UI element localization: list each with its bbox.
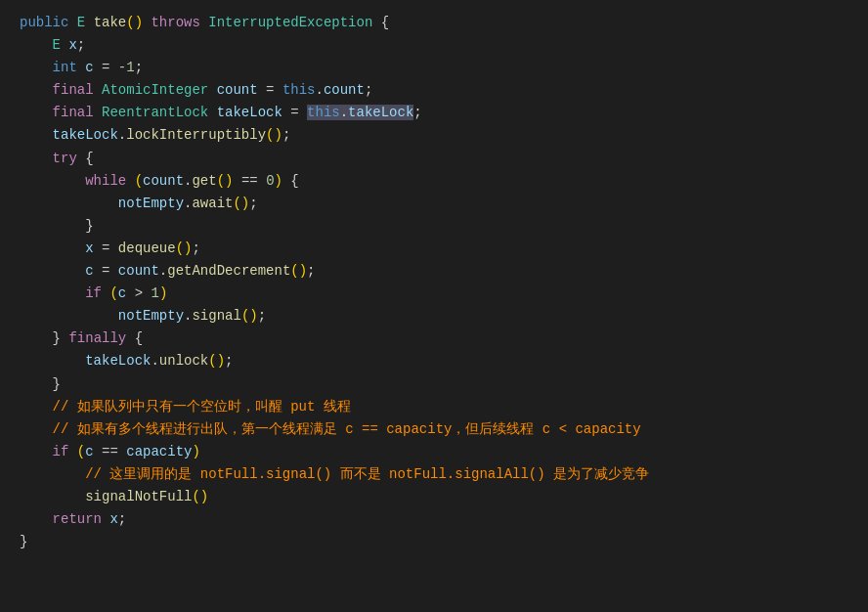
code-line-19: // 如果有多个线程进行出队，第一个线程满足 c == capacity，但后续… [20, 418, 848, 441]
code-line-20: if (c == capacity) [20, 441, 848, 463]
code-line-2: E x; [20, 34, 848, 57]
code-line-21: // 这里调用的是 notFull.signal() 而不是 notFull.s… [20, 463, 848, 486]
code-container: public E take() throws InterruptedExcept… [0, 0, 868, 612]
code-line-18: // 如果队列中只有一个空位时，叫醒 put 线程 [20, 396, 848, 418]
code-line-14: notEmpty.signal(); [20, 305, 848, 328]
code-line-23: return x; [20, 508, 848, 531]
code-line-1: public E take() throws InterruptedExcept… [20, 12, 848, 34]
code-line-12: c = count.getAndDecrement(); [20, 260, 848, 283]
code-line-17: } [20, 373, 848, 396]
code-line-9: notEmpty.await(); [20, 193, 848, 215]
code-line-7: try { [20, 148, 848, 170]
code-line-8: while (count.get() == 0) { [20, 170, 848, 193]
code-line-24: } [20, 531, 848, 553]
code-line-16: takeLock.unlock(); [20, 350, 848, 372]
code-line-3: int c = -1; [20, 57, 848, 79]
code-line-5: final ReentrantLock takeLock = this.take… [20, 102, 848, 124]
code-line-15: } finally { [20, 328, 848, 350]
code-line-4: final AtomicInteger count = this.count; [20, 79, 848, 102]
code-line-11: x = dequeue(); [20, 238, 848, 260]
code-line-10: } [20, 215, 848, 238]
code-line-22: signalNotFull() [20, 486, 848, 508]
code-line-13: if (c > 1) [20, 283, 848, 305]
code-line-6: takeLock.lockInterruptibly(); [20, 124, 848, 147]
